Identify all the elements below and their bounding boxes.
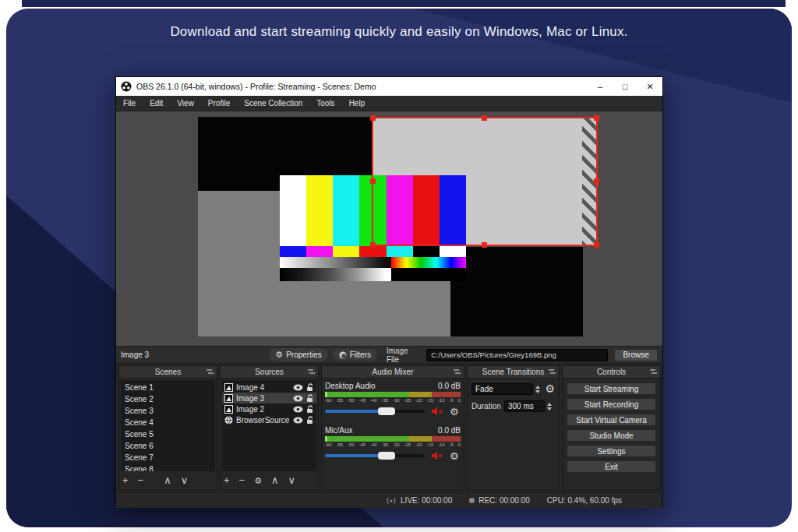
source-name: Image 3 [236, 394, 290, 403]
source-selection-box[interactable] [372, 117, 598, 246]
scenes-toolbar: + − ∧ ∨ [122, 474, 214, 488]
volume-slider-handle[interactable] [378, 452, 395, 460]
start-recording-button[interactable]: Start Recording [567, 398, 656, 410]
controls-header[interactable]: Controls [563, 366, 660, 379]
eye-icon[interactable] [293, 384, 303, 391]
source-properties-gear-icon[interactable]: ⚙ [254, 474, 262, 487]
panel-pin-icon[interactable] [207, 368, 214, 375]
source-toolbar: Image 3 ⚙ Properties Filters Image File … [116, 346, 662, 364]
filters-label: Filters [350, 351, 371, 359]
panel-pin-icon[interactable] [650, 368, 657, 375]
scene-item[interactable]: Scene 1 [121, 382, 215, 393]
mute-speaker-icon[interactable] [431, 451, 443, 460]
start-virtual-camera-button[interactable]: Start Virtual Camera [567, 414, 656, 426]
menu-help[interactable]: Help [342, 96, 373, 111]
duration-spinner-arrows[interactable] [545, 403, 554, 410]
controls-panel: Controls Start Streaming Start Recording… [562, 365, 661, 491]
mute-speaker-icon[interactable] [431, 407, 443, 416]
add-scene-button[interactable]: + [122, 474, 129, 487]
add-source-button[interactable]: + [224, 474, 230, 487]
selection-handle-mr[interactable] [594, 178, 599, 184]
source-up-button[interactable]: ∧ [271, 474, 279, 487]
audio-mixer-header[interactable]: Audio Mixer [322, 366, 464, 379]
settings-button[interactable]: Settings [567, 445, 656, 457]
browse-button[interactable]: Browse [614, 349, 658, 361]
scene-item[interactable]: Scene 3 [121, 405, 215, 417]
preview-canvas[interactable] [116, 111, 662, 346]
filters-button[interactable]: Filters [333, 349, 377, 361]
image-source-icon [224, 383, 233, 392]
unlock-icon[interactable] [306, 416, 314, 425]
colorbars-step-row [280, 268, 466, 281]
studio-mode-button[interactable]: Studio Mode [567, 429, 656, 442]
scene-down-button[interactable]: ∨ [181, 474, 189, 487]
source-item[interactable]: Image 2 [222, 403, 316, 414]
volume-slider[interactable] [325, 454, 425, 457]
window-titlebar[interactable]: OBS 26.1.0 (64-bit, windows) - Profile: … [116, 77, 662, 96]
eye-icon[interactable] [293, 406, 303, 413]
scene-transitions-title: Scene Transitions [482, 368, 545, 376]
scenes-header[interactable]: Scenes [119, 366, 217, 379]
scene-up-button[interactable]: ∧ [164, 474, 171, 487]
cpu-fps-status: CPU: 0.4%, 60.00 fps [547, 496, 622, 505]
menu-profile[interactable]: Profile [201, 96, 237, 111]
scene-transitions-header[interactable]: Scene Transitions [468, 366, 559, 379]
sources-header[interactable]: Sources [221, 366, 318, 379]
menu-scene-collection[interactable]: Scene Collection [237, 96, 309, 111]
scene-item[interactable]: Scene 4 [121, 417, 215, 428]
close-button[interactable]: ✕ [637, 77, 662, 96]
scene-black-rect-bottomright[interactable] [450, 247, 583, 336]
remove-source-button[interactable]: − [239, 474, 245, 487]
unlock-icon[interactable] [306, 405, 314, 414]
menu-edit[interactable]: Edit [143, 96, 170, 111]
remove-scene-button[interactable]: − [138, 474, 144, 487]
scene-item[interactable]: Scene 6 [121, 440, 215, 452]
menu-view[interactable]: View [170, 96, 201, 111]
meter-scale: -60-55-50-45-40-35-30-25-20-15-10-50 [325, 397, 461, 403]
scene-item[interactable]: Scene 2 [121, 393, 215, 405]
volume-slider-handle[interactable] [378, 407, 395, 415]
selection-handle-tr[interactable] [594, 115, 599, 121]
start-streaming-button[interactable]: Start Streaming [567, 382, 656, 395]
channel-settings-gear-icon[interactable]: ⚙ [450, 451, 459, 461]
source-item-selected[interactable]: Image 3 [222, 393, 316, 403]
transition-value: Fade [475, 385, 493, 393]
panel-pin-icon[interactable] [454, 368, 461, 375]
transition-settings-gear-icon[interactable]: ⚙ [545, 384, 555, 394]
meter-scale: -60-55-50-45-40-35-30-25-20-15-10-50 [325, 442, 461, 448]
menu-tools[interactable]: Tools [309, 96, 341, 111]
selection-handle-bm[interactable] [482, 242, 487, 248]
selection-handle-tl[interactable] [370, 115, 376, 121]
source-item[interactable]: BrowserSource [222, 414, 316, 425]
scene-item[interactable]: Scene 5 [121, 428, 215, 440]
panel-pin-icon[interactable] [308, 368, 315, 375]
selection-handle-br[interactable] [594, 242, 599, 248]
duration-input[interactable]: 300 ms [504, 400, 545, 412]
menu-file[interactable]: File [116, 96, 143, 111]
scene-item[interactable]: Scene 8 [121, 463, 215, 471]
maximize-button[interactable]: □ [613, 77, 637, 96]
record-dot-icon [469, 498, 475, 503]
unlock-icon[interactable] [306, 394, 314, 403]
exit-button[interactable]: Exit [567, 460, 656, 473]
unlock-icon[interactable] [306, 383, 314, 392]
image-file-input[interactable] [426, 349, 608, 361]
properties-button[interactable]: ⚙ Properties [269, 348, 327, 361]
channel-settings-gear-icon[interactable]: ⚙ [450, 407, 459, 417]
minimize-button[interactable]: – [588, 77, 613, 96]
selection-handle-tm[interactable] [482, 115, 487, 121]
selection-handle-bl[interactable] [370, 242, 376, 248]
source-item[interactable]: Image 4 [222, 382, 316, 393]
volume-meter [325, 436, 461, 442]
volume-slider[interactable] [325, 410, 425, 413]
scene-item[interactable]: Scene 7 [121, 452, 215, 463]
eye-icon[interactable] [293, 395, 303, 402]
transition-select-arrows[interactable] [533, 386, 542, 393]
transition-select[interactable]: Fade [471, 383, 533, 395]
tagline: Download and start streaming quickly and… [0, 24, 798, 40]
panel-pin-icon[interactable] [549, 368, 556, 375]
eye-icon[interactable] [293, 417, 303, 424]
source-down-button[interactable]: ∨ [288, 474, 296, 487]
selection-handle-ml[interactable] [370, 178, 376, 184]
audio-mixer-panel: Audio Mixer Desktop Audio 0.0 dB -60-55-… [321, 365, 464, 491]
